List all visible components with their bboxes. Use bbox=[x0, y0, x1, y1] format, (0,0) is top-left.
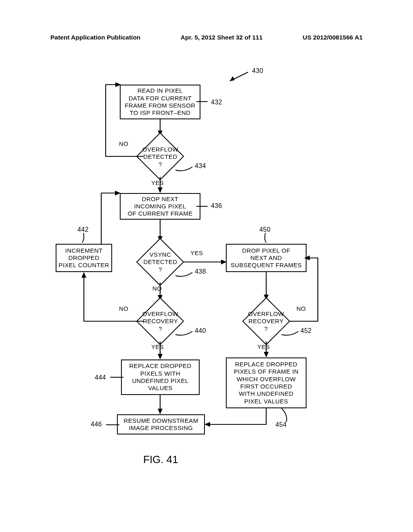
ref-452: 452 bbox=[300, 327, 312, 335]
box-436: DROP NEXT INCOMING PIXEL OF CURRENT FRAM… bbox=[120, 193, 200, 220]
ref-440: 440 bbox=[195, 327, 206, 335]
svg-marker-26 bbox=[158, 409, 163, 414]
ref-442: 442 bbox=[77, 226, 89, 233]
svg-marker-19 bbox=[304, 256, 310, 260]
decision-452 bbox=[242, 297, 290, 345]
ref-454: 454 bbox=[275, 421, 287, 428]
svg-marker-21 bbox=[158, 354, 163, 360]
svg-marker-5 bbox=[115, 82, 121, 87]
svg-marker-12 bbox=[221, 260, 227, 264]
ref-436: 436 bbox=[211, 202, 222, 210]
ref-430: 430 bbox=[252, 67, 263, 75]
box-454-text: REPLACE DROPPED PIXELS OF FRAME IN WHICH… bbox=[234, 361, 299, 405]
box-444-text: REPLACE DROPPED PIXELS WITH UNDEFINED PI… bbox=[129, 362, 191, 392]
header-left: Patent Application Publication bbox=[50, 34, 140, 41]
ref-434: 434 bbox=[195, 162, 206, 170]
ref-450: 450 bbox=[259, 226, 271, 233]
ref-444: 444 bbox=[95, 374, 106, 381]
svg-marker-23 bbox=[264, 352, 269, 357]
box-446: RESUME DOWNSTREAM IMAGE PROCESSING bbox=[117, 414, 205, 434]
svg-marker-18 bbox=[115, 191, 121, 195]
figure-label: FIG. 41 bbox=[143, 453, 178, 466]
ref-432: 432 bbox=[211, 99, 222, 106]
label-yes-438: YES bbox=[190, 249, 203, 256]
ref-446: 446 bbox=[91, 421, 102, 428]
svg-marker-7 bbox=[158, 187, 163, 193]
ref-438: 438 bbox=[195, 268, 206, 275]
box-454: REPLACE DROPPED PIXELS OF FRAME IN WHICH… bbox=[226, 357, 307, 408]
box-446-text: RESUME DOWNSTREAM IMAGE PROCESSING bbox=[123, 417, 198, 432]
svg-marker-27 bbox=[204, 422, 210, 427]
header-center: Apr. 5, 2012 Sheet 32 of 111 bbox=[181, 34, 263, 41]
box-442-text: INCREMENT DROPPED PIXEL COUNTER bbox=[58, 247, 109, 269]
svg-marker-17 bbox=[81, 272, 86, 278]
box-442: INCREMENT DROPPED PIXEL COUNTER bbox=[56, 244, 112, 272]
box-444: REPLACE DROPPED PIXELS WITH UNDEFINED PI… bbox=[121, 360, 200, 395]
box-436-text: DROP NEXT INCOMING PIXEL OF CURRENT FRAM… bbox=[127, 195, 192, 218]
header-right: US 2012/0081566 A1 bbox=[302, 34, 363, 41]
